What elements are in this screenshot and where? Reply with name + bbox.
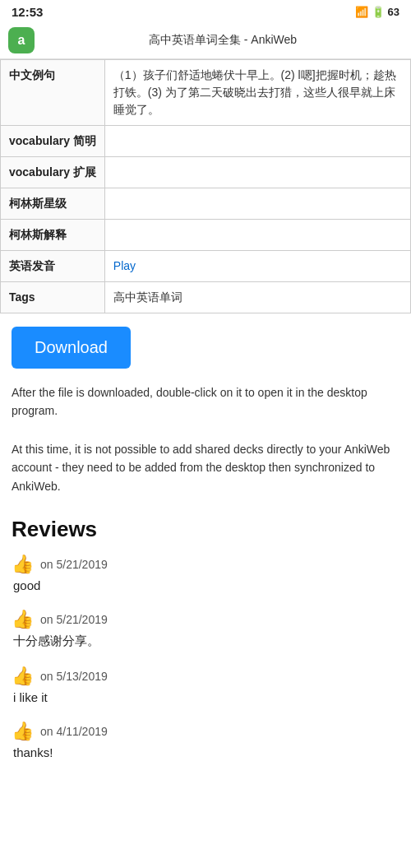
reviews-title: Reviews xyxy=(12,517,399,542)
battery-icon: 🔋 xyxy=(372,6,385,18)
thumbs-up-icon: 👍 xyxy=(12,554,34,575)
reviews-section: Reviews 👍on 5/21/2019good👍on 5/21/2019十分… xyxy=(0,508,411,759)
table-value-cell: （1）孩子们舒适地蜷伏十早上。(2) l嗯]把握时机；趁热打铁。(3) 为了第二… xyxy=(104,60,410,126)
top-bar: a 高中英语单词全集 - AnkiWeb xyxy=(0,22,411,59)
table-label-cell: vocabulary 简明 xyxy=(1,126,105,157)
table-label-cell: 柯林斯解释 xyxy=(1,220,105,251)
table-row: 柯林斯星级 xyxy=(1,188,411,220)
table-row: 柯林斯解释 xyxy=(1,220,411,251)
thumbs-up-icon: 👍 xyxy=(12,666,34,687)
page-title: 高中英语单词全集 - AnkiWeb xyxy=(43,33,403,48)
signal-icon: 📶 xyxy=(355,6,368,18)
table-row: 中文例句（1）孩子们舒适地蜷伏十早上。(2) l嗯]把握时机；趁热打铁。(3) … xyxy=(1,60,411,126)
review-item: 👍on 5/21/2019good xyxy=(12,554,399,592)
thumbs-up-icon: 👍 xyxy=(12,721,34,742)
table-label-cell: vocabulary 扩展 xyxy=(1,157,105,188)
review-date: on 4/11/2019 xyxy=(40,725,108,738)
download-button[interactable]: Download xyxy=(12,327,131,369)
battery-level: 63 xyxy=(388,6,399,18)
table-row: vocabulary 简明 xyxy=(1,126,411,157)
review-header: 👍on 5/21/2019 xyxy=(12,554,399,575)
table-value-cell[interactable]: Play xyxy=(104,251,410,282)
review-item: 👍on 5/13/2019i like it xyxy=(12,666,399,704)
app-icon: a xyxy=(8,27,35,53)
table-value-cell xyxy=(104,157,410,188)
review-text: 十分感谢分享。 xyxy=(12,634,399,649)
info-table: 中文例句（1）孩子们舒适地蜷伏十早上。(2) l嗯]把握时机；趁热打铁。(3) … xyxy=(0,59,411,313)
review-date: on 5/13/2019 xyxy=(40,670,108,683)
thumbs-up-icon: 👍 xyxy=(12,609,34,630)
review-text: good xyxy=(12,578,399,592)
status-icons: 📶 🔋 63 xyxy=(355,6,399,18)
review-date: on 5/21/2019 xyxy=(40,613,108,626)
download-section: Download xyxy=(0,313,411,377)
review-header: 👍on 5/21/2019 xyxy=(12,609,399,630)
table-value-cell: 高中英语单词 xyxy=(104,282,410,313)
info-text-1: After the file is downloaded, double-cli… xyxy=(0,377,411,427)
table-label-cell: 柯林斯星级 xyxy=(1,188,105,220)
status-bar: 12:53 📶 🔋 63 xyxy=(0,0,411,22)
status-time: 12:53 xyxy=(12,5,43,19)
table-row: Tags高中英语单词 xyxy=(1,282,411,313)
table-value-cell xyxy=(104,126,410,157)
review-text: i like it xyxy=(12,690,399,704)
table-row: 英语发音Play xyxy=(1,251,411,282)
review-item: 👍on 5/21/2019十分感谢分享。 xyxy=(12,609,399,649)
table-label-cell: Tags xyxy=(1,282,105,313)
table-value-cell xyxy=(104,220,410,251)
reviews-list: 👍on 5/21/2019good👍on 5/21/2019十分感谢分享。👍on… xyxy=(12,554,399,759)
review-header: 👍on 5/13/2019 xyxy=(12,666,399,687)
table-value-cell xyxy=(104,188,410,220)
table-label-cell: 中文例句 xyxy=(1,60,105,126)
info-text-2: At this time, it is not possible to add … xyxy=(0,434,411,502)
table-label-cell: 英语发音 xyxy=(1,251,105,282)
table-row: vocabulary 扩展 xyxy=(1,157,411,188)
review-text: thanks! xyxy=(12,745,399,759)
review-item: 👍on 4/11/2019thanks! xyxy=(12,721,399,759)
review-header: 👍on 4/11/2019 xyxy=(12,721,399,742)
play-link[interactable]: Play xyxy=(113,259,136,272)
review-date: on 5/21/2019 xyxy=(40,558,108,571)
